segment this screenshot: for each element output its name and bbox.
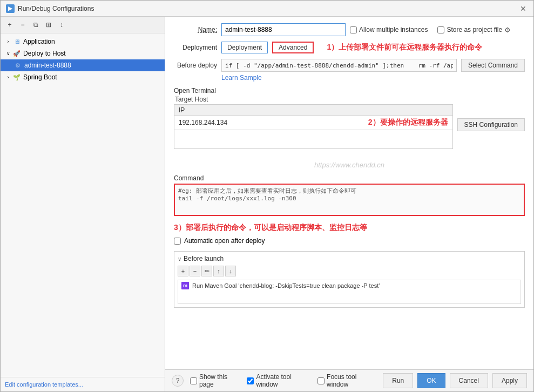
sidebar-item-admin-label: admin-test-8888	[24, 62, 71, 69]
before-launch-toolbar: + − ✏ ↑ ↓	[178, 266, 521, 276]
store-project-checkbox[interactable]	[437, 26, 444, 33]
show-page-checkbox[interactable]	[190, 377, 197, 384]
focus-tool-checkbox[interactable]	[317, 377, 325, 384]
ip-value: 192.168.244.134	[179, 119, 363, 126]
add-config-button[interactable]: +	[4, 19, 16, 31]
apply-button[interactable]: Apply	[492, 373, 527, 388]
select-command-button[interactable]: Select Command	[461, 59, 525, 72]
watermark-area: https://www.chendd.cn	[174, 159, 525, 171]
run-button[interactable]: Run	[383, 373, 413, 388]
bl-remove-button[interactable]: −	[190, 266, 200, 276]
command-section: Command #eg: 部署应用之后，如果需要查看实时日志，则执行如下命令即可…	[174, 174, 525, 218]
store-project-label: Store as project file	[447, 26, 502, 33]
tree-arrow-application: ›	[5, 38, 11, 45]
store-as-project-cb: Store as project file ⚙	[437, 26, 511, 34]
auto-open-checkbox[interactable]	[174, 238, 181, 245]
table-header: IP	[174, 105, 452, 116]
before-launch-section: ∨ Before launch + − ✏ ↑ ↓ m Run Maven Go…	[174, 251, 525, 308]
ssh-config-button[interactable]: SSH Configuration	[457, 118, 525, 131]
title-bar-left: ▶ Run/Debug Configurations	[6, 4, 94, 13]
focus-tool-cb: Focus tool window	[317, 373, 376, 388]
copy-config-button[interactable]: ⧉	[30, 19, 42, 31]
deployment-tab-row: Deployment Deployment Advanced 1）上传部署文件前…	[174, 42, 525, 53]
tab-deployment-button[interactable]: Deployment	[221, 42, 268, 53]
bl-down-button[interactable]: ↓	[225, 266, 236, 276]
run-debug-dialog: ▶ Run/Debug Configurations ✕ + − ⧉ ⊞ ↕ ›…	[0, 0, 534, 392]
bottom-bar-options: Show this page Activate tool window Focu…	[190, 373, 376, 388]
table-body: 192.168.244.134 2）要操作的远程服务器	[174, 116, 452, 148]
allow-multiple-checkbox[interactable]	[350, 26, 357, 33]
help-button[interactable]: ?	[172, 375, 184, 387]
auto-open-label: Automatic open after deploy	[184, 237, 265, 245]
ssh-btn-col: SSH Configuration	[457, 104, 525, 154]
ok-button[interactable]: OK	[417, 373, 445, 388]
sort-config-button[interactable]: ↕	[56, 19, 67, 31]
activate-tool-label: Activate tool window	[256, 373, 311, 388]
allow-multiple-label: Allow multiple instances	[359, 26, 428, 33]
target-host-label: Target Host	[174, 96, 208, 103]
name-row: Name: Allow multiple instances Store as …	[174, 23, 525, 36]
sidebar-tree: › 🖥 Application ∨ 🚀 Deploy to Host ⚙ adm…	[1, 33, 165, 377]
annotation-2: 2）要操作的远程服务器	[368, 118, 448, 127]
bl-edit-button[interactable]: ✏	[201, 266, 212, 276]
tab-advanced-button[interactable]: Advanced	[272, 42, 314, 53]
sidebar: + − ⧉ ⊞ ↕ › 🖥 Application ∨ 🚀	[1, 17, 165, 391]
ip-row: 192.168.244.134 2）要操作的远程服务器	[174, 116, 452, 130]
dialog-icon: ▶	[6, 4, 15, 13]
bl-up-button[interactable]: ↑	[213, 266, 224, 276]
show-page-label: Show this page	[199, 373, 240, 388]
bl-list-item: m Run Maven Goal 'chendd-blog: -DskipTes…	[178, 280, 521, 291]
activate-tool-checkbox[interactable]	[247, 377, 254, 384]
bl-item-text: Run Maven Goal 'chendd-blog: -DskipTests…	[192, 282, 380, 289]
name-label: Name:	[174, 26, 217, 33]
sidebar-item-spring-label: Spring Boot	[23, 73, 57, 81]
sidebar-toolbar: + − ⧉ ⊞ ↕	[1, 17, 165, 33]
activate-tool-cb: Activate tool window	[247, 373, 311, 388]
application-icon: 🖥	[12, 37, 21, 46]
config-icon: ⚙	[13, 61, 22, 70]
focus-tool-label: Focus tool window	[327, 373, 376, 388]
learn-sample-link[interactable]: Learn Sample	[221, 74, 525, 82]
expand-config-button[interactable]: ⊞	[43, 19, 55, 31]
name-input[interactable]	[221, 23, 346, 36]
annotation-1: 1）上传部署文件前可在远程服务器执行的命令	[327, 43, 482, 52]
main-content: + − ⧉ ⊞ ↕ › 🖥 Application ∨ 🚀	[1, 17, 533, 391]
before-deploy-row: Before deploy Select Command	[174, 59, 525, 72]
store-gear-icon: ⚙	[504, 26, 511, 34]
allow-multiple-cb: Allow multiple instances	[350, 26, 428, 33]
before-launch-title: Before launch	[184, 255, 224, 262]
host-table: IP 192.168.244.134 2）要操作的远程服务器	[174, 104, 453, 149]
config-form: Name: Allow multiple instances Store as …	[165, 17, 533, 369]
open-terminal-label: Open Terminal	[174, 87, 216, 94]
before-launch-list: m Run Maven Goal 'chendd-blog: -DskipTes…	[178, 280, 521, 304]
tree-arrow-spring: ›	[5, 74, 11, 80]
edit-templates-link[interactable]: Edit configuration templates...	[5, 381, 83, 388]
sidebar-item-deploy-to-host[interactable]: ∨ 🚀 Deploy to Host	[1, 48, 165, 59]
bottom-bar-buttons: Run OK Cancel Apply	[383, 373, 527, 388]
bl-add-button[interactable]: +	[178, 266, 188, 276]
before-launch-arrow-icon: ∨	[178, 256, 181, 262]
show-page-cb: Show this page	[190, 373, 240, 388]
dialog-title: Run/Debug Configurations	[18, 5, 94, 12]
spring-icon: 🌱	[12, 73, 21, 82]
sidebar-item-application[interactable]: › 🖥 Application	[1, 36, 165, 48]
sidebar-item-admin-test[interactable]: ⚙ admin-test-8888	[1, 59, 165, 71]
sidebar-item-application-label: Application	[23, 38, 55, 45]
cancel-button[interactable]: Cancel	[450, 373, 488, 388]
before-deploy-label: Before deploy	[174, 62, 217, 69]
watermark-text: https://www.chendd.cn	[174, 159, 525, 171]
sidebar-item-spring-boot[interactable]: › 🌱 Spring Boot	[1, 71, 165, 83]
deployment-label: Deployment	[174, 44, 217, 51]
title-bar: ▶ Run/Debug Configurations ✕	[1, 1, 533, 17]
before-deploy-input[interactable]	[221, 59, 457, 72]
close-button[interactable]: ✕	[518, 4, 528, 13]
before-launch-header: ∨ Before launch	[178, 255, 521, 262]
right-panel: Name: Allow multiple instances Store as …	[165, 17, 533, 391]
tree-arrow-deploy: ∨	[5, 50, 11, 57]
sidebar-footer: Edit configuration templates...	[1, 377, 165, 391]
command-textarea[interactable]: #eg: 部署应用之后，如果需要查看实时日志，则执行如下命令即可 tail -f…	[174, 184, 525, 216]
command-label: Command	[174, 174, 204, 182]
remove-config-button[interactable]: −	[17, 19, 29, 31]
host-table-section: IP 192.168.244.134 2）要操作的远程服务器 SSH Confi…	[174, 104, 525, 154]
annotation-3: 3）部署后执行的命令，可以是启动程序脚本、监控日志等	[174, 223, 525, 233]
